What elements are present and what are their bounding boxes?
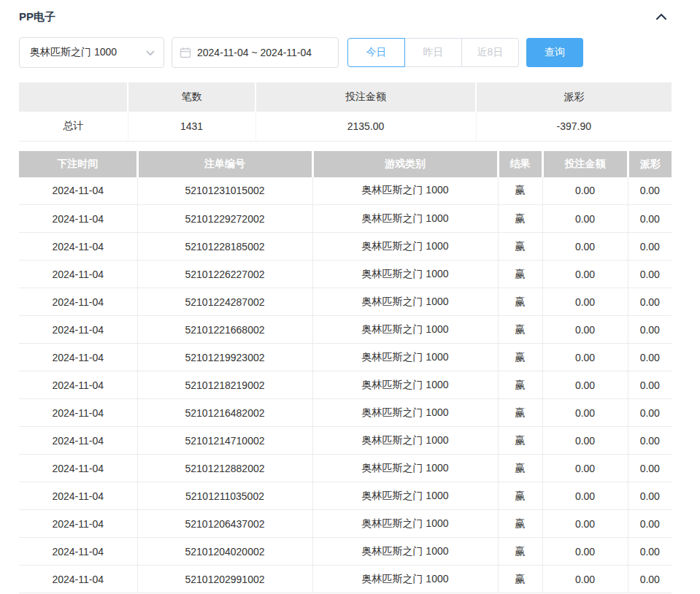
- summary-total-label: 总计: [19, 112, 128, 141]
- cell-game: 奥林匹斯之门 1000: [312, 344, 498, 371]
- cell-result: 赢: [498, 288, 542, 316]
- cell-date: 2024-11-04: [19, 288, 137, 316]
- quick-btn-today[interactable]: 今日: [347, 38, 405, 67]
- game-select[interactable]: 奥林匹斯之门 1000: [19, 37, 164, 68]
- search-button[interactable]: 查询: [526, 38, 583, 67]
- cell-date: 2024-11-04: [19, 399, 137, 427]
- cell-date: 2024-11-04: [19, 261, 137, 288]
- cell-order-no: 52101228185002: [137, 233, 312, 261]
- summary-header-row: 笔数 投注金额 派彩: [19, 82, 672, 112]
- header-payout: 派彩: [628, 151, 672, 177]
- table-row: 2024-11-0452101202991002奥林匹斯之门 1000赢0.00…: [19, 566, 672, 593]
- cell-order-no: 52101214710002: [137, 427, 312, 455]
- date-range-picker[interactable]: 2024-11-04 ~ 2024-11-04: [172, 37, 339, 68]
- cell-payout: 0.00: [628, 455, 672, 482]
- cell-result: 赢: [498, 316, 542, 344]
- cell-result: 赢: [498, 261, 542, 288]
- cell-game: 奥林匹斯之门 1000: [312, 233, 498, 261]
- cell-date: 2024-11-04: [19, 510, 137, 538]
- cell-order-no: 52101212882002: [137, 455, 312, 482]
- summary-header-blank: [19, 82, 128, 112]
- cell-bet-amount: 0.00: [542, 482, 628, 510]
- cell-payout: 0.00: [628, 566, 672, 593]
- cell-game: 奥林匹斯之门 1000: [312, 371, 498, 399]
- table-row: 2024-11-0452101212882002奥林匹斯之门 1000赢0.00…: [19, 455, 672, 482]
- cell-payout: 0.00: [628, 233, 672, 261]
- table-row: 2024-11-0452101204020002奥林匹斯之门 1000赢0.00…: [19, 538, 672, 566]
- quick-btn-yesterday[interactable]: 昨日: [404, 38, 462, 67]
- cell-bet-amount: 0.00: [542, 177, 628, 205]
- cell-game: 奥林匹斯之门 1000: [312, 288, 498, 316]
- cell-result: 赢: [498, 177, 542, 205]
- table-row: 2024-11-0452101221668002奥林匹斯之门 1000赢0.00…: [19, 316, 672, 344]
- cell-bet-amount: 0.00: [542, 288, 628, 316]
- table-row: 2024-11-0452101228185002奥林匹斯之门 1000赢0.00…: [19, 233, 672, 261]
- cell-result: 赢: [498, 538, 542, 566]
- cell-payout: 0.00: [628, 177, 672, 205]
- cell-payout: 0.00: [628, 371, 672, 399]
- cell-game: 奥林匹斯之门 1000: [312, 510, 498, 538]
- summary-total-row: 总计 1431 2135.00 -397.90: [19, 112, 672, 141]
- cell-payout: 0.00: [628, 538, 672, 566]
- cell-result: 赢: [498, 510, 542, 538]
- cell-date: 2024-11-04: [19, 177, 137, 205]
- cell-bet-amount: 0.00: [542, 205, 628, 233]
- cell-result: 赢: [498, 399, 542, 427]
- cell-game: 奥林匹斯之门 1000: [312, 205, 498, 233]
- cell-order-no: 52101231015002: [137, 177, 312, 205]
- cell-game: 奥林匹斯之门 1000: [312, 177, 498, 205]
- cell-date: 2024-11-04: [19, 316, 137, 344]
- cell-result: 赢: [498, 233, 542, 261]
- records-table: 下注时间 注单编号 游戏类别 结果 投注金额 派彩 2024-11-045210…: [19, 151, 672, 594]
- cell-order-no: 52101216482002: [137, 399, 312, 427]
- cell-result: 赢: [498, 455, 542, 482]
- cell-order-no: 52101206437002: [137, 510, 312, 538]
- cell-game: 奥林匹斯之门 1000: [312, 427, 498, 455]
- cell-payout: 0.00: [628, 316, 672, 344]
- chevron-up-icon: [655, 12, 667, 23]
- table-row: 2024-11-0452101219923002奥林匹斯之门 1000赢0.00…: [19, 344, 672, 371]
- cell-bet-amount: 0.00: [542, 566, 628, 593]
- cell-bet-amount: 0.00: [542, 427, 628, 455]
- cell-bet-amount: 0.00: [542, 538, 628, 566]
- quick-btn-last8days[interactable]: 近8日: [461, 38, 519, 67]
- header-result: 结果: [498, 151, 542, 177]
- table-row: 2024-11-0452101229272002奥林匹斯之门 1000赢0.00…: [19, 205, 672, 233]
- cell-payout: 0.00: [628, 510, 672, 538]
- cell-order-no: 52101224287002: [137, 288, 312, 316]
- cell-order-no: 52101221668002: [137, 316, 312, 344]
- cell-order-no: 52101211035002: [137, 482, 312, 510]
- table-row: 2024-11-0452101216482002奥林匹斯之门 1000赢0.00…: [19, 399, 672, 427]
- summary-header-bet-amount: 投注金额: [255, 82, 476, 112]
- cell-order-no: 52101229272002: [137, 205, 312, 233]
- cell-bet-amount: 0.00: [542, 233, 628, 261]
- cell-result: 赢: [498, 371, 542, 399]
- collapse-button[interactable]: [654, 10, 669, 24]
- cell-date: 2024-11-04: [19, 344, 137, 371]
- cell-date: 2024-11-04: [19, 566, 137, 593]
- cell-bet-amount: 0.00: [542, 316, 628, 344]
- cell-date: 2024-11-04: [19, 371, 137, 399]
- table-row: 2024-11-0452101206437002奥林匹斯之门 1000赢0.00…: [19, 510, 672, 538]
- table-row: 2024-11-0452101218219002奥林匹斯之门 1000赢0.00…: [19, 371, 672, 399]
- cell-order-no: 52101218219002: [137, 371, 312, 399]
- header-bet-time: 下注时间: [19, 151, 137, 177]
- pp-electronic-panel: PP电子 奥林匹斯之门 1000 2024-11-04 ~: [19, 0, 672, 593]
- cell-date: 2024-11-04: [19, 427, 137, 455]
- cell-bet-amount: 0.00: [542, 371, 628, 399]
- cell-game: 奥林匹斯之门 1000: [312, 316, 498, 344]
- table-row: 2024-11-0452101226227002奥林匹斯之门 1000赢0.00…: [19, 261, 672, 288]
- cell-bet-amount: 0.00: [542, 399, 628, 427]
- summary-header-count: 笔数: [128, 82, 255, 112]
- calendar-icon: [180, 47, 191, 58]
- cell-result: 赢: [498, 482, 542, 510]
- cell-payout: 0.00: [628, 205, 672, 233]
- cell-date: 2024-11-04: [19, 233, 137, 261]
- header-order-no: 注单编号: [137, 151, 312, 177]
- cell-order-no: 52101226227002: [137, 261, 312, 288]
- summary-total-count: 1431: [128, 112, 255, 141]
- table-row: 2024-11-0452101211035002奥林匹斯之门 1000赢0.00…: [19, 482, 672, 510]
- filter-bar: 奥林匹斯之门 1000 2024-11-04 ~ 2024-11-04 今日 昨…: [19, 37, 672, 68]
- cell-date: 2024-11-04: [19, 455, 137, 482]
- header-bet-amount: 投注金额: [542, 151, 628, 177]
